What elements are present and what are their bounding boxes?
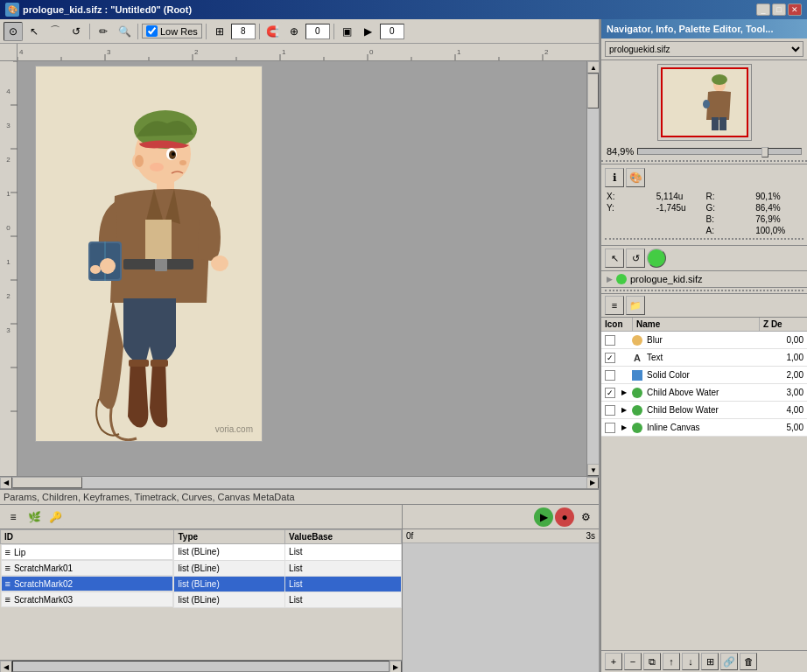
render-button[interactable]: ▣ bbox=[338, 22, 357, 41]
svg-point-38 bbox=[179, 160, 186, 165]
character-svg bbox=[36, 66, 263, 442]
layer-z-value: 3,00 bbox=[772, 388, 807, 397]
delete-layer-button[interactable]: − bbox=[624, 653, 642, 670]
scroll-track-h[interactable] bbox=[12, 477, 586, 488]
zoom-slider-thumb[interactable] bbox=[761, 147, 768, 158]
close-button[interactable]: ✕ bbox=[788, 4, 802, 16]
preview-button[interactable]: ▶ bbox=[359, 22, 378, 41]
record-button[interactable]: ● bbox=[555, 508, 574, 527]
grid-button[interactable]: ⊞ bbox=[210, 22, 229, 41]
canvas-document: voria.com bbox=[35, 66, 263, 442]
layer-checkbox[interactable] bbox=[601, 405, 619, 416]
duplicate-layer-button[interactable]: ⧉ bbox=[643, 653, 661, 670]
svg-text:1: 1 bbox=[457, 48, 461, 56]
layer-expand-arrow[interactable]: ▶ bbox=[619, 388, 629, 396]
layer-group-button[interactable]: ⊞ bbox=[701, 653, 719, 670]
layer-up-button[interactable]: ↑ bbox=[663, 653, 680, 670]
table-row[interactable]: ≡ ScratchMark01 list (BLine) List bbox=[1, 560, 402, 576]
info-tab-info[interactable]: ℹ bbox=[605, 168, 624, 187]
svg-point-34 bbox=[172, 152, 175, 156]
layer-expand-arrow[interactable]: ▶ bbox=[619, 424, 629, 431]
params-key-button[interactable]: 🔑 bbox=[46, 508, 65, 527]
vertical-scrollbar[interactable]: ▲ ▼ bbox=[586, 61, 599, 476]
scroll-thumb-h[interactable] bbox=[12, 477, 82, 488]
timeline-settings-button[interactable]: ⚙ bbox=[576, 508, 595, 527]
layer-down-button[interactable]: ↓ bbox=[682, 653, 699, 670]
layer-link-button[interactable]: 🔗 bbox=[720, 653, 738, 670]
low-res-toggle[interactable]: Low Res bbox=[142, 24, 202, 38]
list-item[interactable]: ▶Child Above Water3,00 bbox=[601, 384, 807, 402]
low-res-checkbox[interactable] bbox=[146, 25, 158, 37]
tree-root-icon bbox=[616, 274, 627, 284]
tree-expand-arrow[interactable]: ▶ bbox=[607, 275, 613, 284]
b-value: 76,9% bbox=[754, 214, 803, 225]
snap-input[interactable] bbox=[305, 24, 330, 39]
table-row[interactable]: ≡ ScratchMark03 list (BLine) List bbox=[1, 592, 402, 607]
scroll-track-v[interactable] bbox=[587, 74, 599, 464]
vertical-ruler: 4 4 3 bbox=[0, 61, 18, 476]
r-value: 90,1% bbox=[754, 191, 803, 202]
pencil-tool-button[interactable]: ✏ bbox=[94, 22, 113, 41]
maximize-button[interactable]: □ bbox=[772, 4, 786, 16]
layer-checkbox[interactable] bbox=[601, 335, 619, 346]
file-dropdown[interactable]: prologuekid.sifz bbox=[605, 41, 803, 57]
layer-list-view-button[interactable]: ≡ bbox=[605, 296, 624, 315]
lock-button[interactable]: ⊕ bbox=[284, 22, 304, 41]
layer-z-value: 0,00 bbox=[772, 335, 807, 345]
navigator-section: 84,9% bbox=[601, 60, 807, 164]
list-item[interactable]: Solid Color2,00 bbox=[601, 367, 807, 384]
layer-name-label: Blur bbox=[645, 335, 772, 345]
grid-size-input[interactable] bbox=[231, 24, 256, 39]
params-scroll-left[interactable]: ◀ bbox=[0, 661, 12, 672]
transform-tool-button[interactable]: ↖ bbox=[25, 22, 44, 41]
green-circle-button[interactable] bbox=[647, 248, 666, 268]
layer-name-label: Child Below Water bbox=[645, 405, 772, 415]
scroll-thumb-v[interactable] bbox=[587, 74, 599, 108]
scroll-right-button[interactable]: ▶ bbox=[586, 477, 599, 489]
layer-trash-button[interactable]: 🗑 bbox=[740, 653, 757, 670]
layer-expand-arrow[interactable]: ▶ bbox=[619, 406, 629, 414]
layer-checkbox[interactable] bbox=[601, 370, 619, 381]
info-tab-palette[interactable]: 🎨 bbox=[626, 168, 645, 187]
scroll-up-button[interactable]: ▲ bbox=[587, 61, 599, 74]
frame-input[interactable] bbox=[380, 24, 404, 39]
fill-tool-button[interactable]: 🔍 bbox=[115, 22, 134, 41]
list-item[interactable]: ▶Inline Canvas5,00 bbox=[601, 419, 807, 437]
layer-type-icon bbox=[629, 402, 645, 418]
layer-tools: ↖ ↺ bbox=[601, 246, 807, 271]
layer-checkbox[interactable] bbox=[601, 388, 619, 398]
params-list-button[interactable]: ≡ bbox=[4, 508, 23, 527]
table-row[interactable]: ≡ Lip list (BLine) List bbox=[1, 544, 402, 561]
layer-panel-toolbar: ≡ 📁 bbox=[601, 294, 807, 318]
table-row[interactable]: ≡ ScratchMark02 list (BLine) List bbox=[1, 576, 402, 592]
nav-thumbnail[interactable] bbox=[661, 67, 748, 137]
svg-text:0: 0 bbox=[369, 48, 374, 56]
list-item[interactable]: AText1,00 bbox=[601, 349, 807, 367]
params-scroll-right[interactable]: ▶ bbox=[389, 661, 402, 672]
params-tree-button[interactable]: 🌿 bbox=[25, 508, 44, 527]
list-item[interactable]: Blur0,00 bbox=[601, 332, 807, 349]
param-type: list (BLine) bbox=[174, 576, 285, 592]
layer-folder-button[interactable]: 📁 bbox=[626, 296, 645, 315]
rotate-tool-button[interactable]: ↺ bbox=[67, 22, 86, 41]
horizontal-scrollbar[interactable]: ◀ ▶ bbox=[0, 476, 599, 488]
low-res-label: Low Res bbox=[160, 26, 198, 37]
scroll-down-button[interactable]: ▼ bbox=[587, 464, 599, 476]
info-tabs: ℹ 🎨 bbox=[605, 168, 803, 187]
layer-checkbox[interactable] bbox=[601, 423, 619, 433]
transform-layer-button[interactable]: ↺ bbox=[626, 248, 645, 268]
zoom-slider[interactable] bbox=[637, 148, 802, 155]
param-value: List bbox=[285, 544, 402, 561]
smooth-tool-button[interactable]: ⌒ bbox=[46, 22, 65, 41]
layer-checkbox[interactable] bbox=[601, 353, 619, 363]
canvas-viewport[interactable]: voria.com bbox=[18, 61, 586, 476]
list-item[interactable]: ▶Child Below Water4,00 bbox=[601, 402, 807, 419]
layer-z-value: 1,00 bbox=[772, 353, 807, 362]
add-layer-button[interactable]: + bbox=[605, 653, 622, 670]
play-button[interactable]: ▶ bbox=[534, 508, 553, 527]
snap-button[interactable]: 🧲 bbox=[263, 22, 283, 41]
select-tool-button[interactable]: ↖ bbox=[605, 248, 624, 268]
view-tool-button[interactable]: ⊙ bbox=[4, 22, 23, 41]
window-controls[interactable]: _ □ ✕ bbox=[756, 4, 802, 16]
minimize-button[interactable]: _ bbox=[756, 4, 770, 16]
